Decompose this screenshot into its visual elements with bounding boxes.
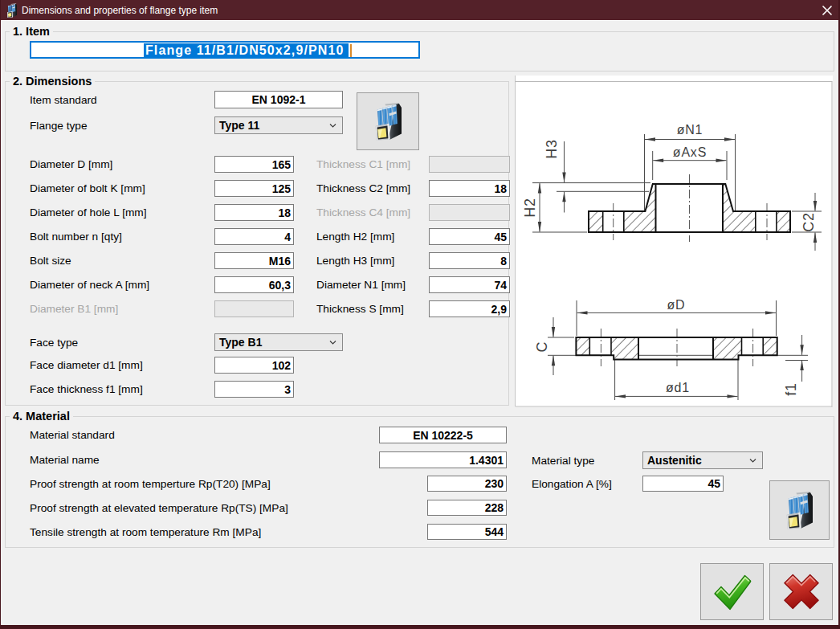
- svg-text:H2: H2: [522, 198, 538, 218]
- svg-text:øN1: øN1: [677, 123, 703, 137]
- svg-text:øAxS: øAxS: [673, 145, 707, 159]
- svg-text:øD: øD: [667, 298, 686, 312]
- svg-text:C2: C2: [801, 212, 817, 232]
- svg-text:f1: f1: [783, 382, 799, 396]
- svg-text:H3: H3: [544, 139, 560, 159]
- svg-text:C: C: [534, 341, 550, 353]
- svg-text:ød1: ød1: [666, 381, 690, 394]
